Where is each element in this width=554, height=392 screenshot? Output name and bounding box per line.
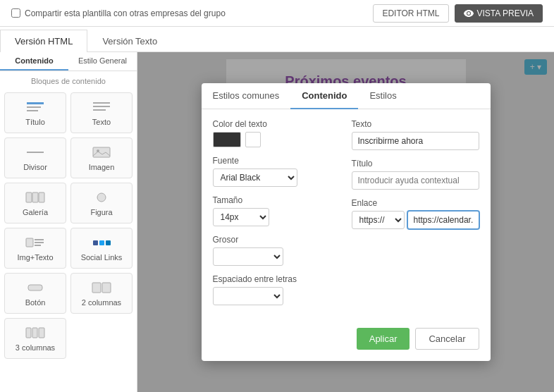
top-bar-actions: EDITOR HTML VISTA PREVIA (373, 4, 543, 23)
cancel-button[interactable]: Cancelar (415, 328, 479, 350)
tamano-select[interactable]: 14px 12px 16px 18px (213, 208, 269, 226)
sidebar-item-texto[interactable]: Texto (70, 92, 133, 133)
sidebar-item-figura[interactable]: Figura (70, 183, 133, 223)
modal-tab-estilos-comunes[interactable]: Estilos comunes (202, 83, 291, 109)
texto-row: Texto (352, 119, 479, 150)
sidebar-item-label-texto: Texto (92, 118, 111, 126)
titulo-input[interactable] (352, 171, 479, 190)
svg-rect-14 (35, 239, 44, 240)
sidebar-blocks-grid: Título Texto Divisor Imagen (0, 88, 137, 363)
boton-icon (24, 280, 47, 295)
sidebar-item-label-titulo: Título (25, 118, 45, 126)
svg-rect-9 (26, 192, 32, 202)
color-swatch-container (213, 132, 340, 147)
apply-button[interactable]: Aplicar (357, 328, 410, 350)
color-swatch-white[interactable] (245, 132, 261, 147)
divisor-icon (24, 145, 47, 160)
modal-dialog: Estilos comunes Contenido Estilos Color … (202, 83, 491, 361)
svg-rect-22 (102, 283, 111, 293)
sidebar-item-social-links[interactable]: Social Links (70, 228, 133, 269)
tab-version-html[interactable]: Versión HTML (0, 30, 87, 52)
sidebar-item-label-figura: Figura (90, 208, 112, 216)
svg-rect-18 (99, 240, 104, 245)
sidebar-item-3-columnas[interactable]: 3 columnas (4, 318, 66, 359)
svg-rect-20 (28, 285, 42, 290)
grosor-row: Grosor normal bold (213, 235, 340, 266)
svg-rect-25 (39, 328, 44, 338)
fuente-row: Fuente Arial Black Arial Helvetica Georg… (213, 156, 340, 187)
modal-left-col: Color del texto Fuente Arial Black Arial (213, 119, 340, 314)
svg-rect-16 (35, 245, 41, 246)
link-url-input[interactable] (407, 211, 479, 229)
grosor-select[interactable]: normal bold (213, 247, 283, 266)
imagen-icon (90, 145, 113, 160)
tamano-label: Tamaño (213, 195, 340, 205)
share-label: Compartir esta plantilla con otras empre… (25, 8, 226, 18)
color-row: Color del texto (213, 119, 340, 147)
sidebar-item-label-3-columnas: 3 columnas (16, 343, 55, 352)
svg-rect-7 (93, 147, 110, 157)
sidebar-item-divisor[interactable]: Divisor (4, 137, 66, 178)
sidebar-tab-contenido[interactable]: Contenido (0, 52, 68, 71)
sidebar-item-img-texto[interactable]: Img+Texto (4, 228, 66, 269)
sidebar: Contenido Estilo General Bloques de cont… (0, 52, 137, 392)
modal-tab-contenido[interactable]: Contenido (290, 83, 358, 109)
eye-icon (464, 10, 474, 17)
main-layout: Contenido Estilo General Bloques de cont… (0, 52, 554, 392)
svg-rect-24 (32, 328, 37, 338)
modal-body: Color del texto Fuente Arial Black Arial (202, 109, 491, 324)
texto-label: Texto (352, 119, 479, 129)
share-checkbox[interactable] (11, 8, 20, 18)
vista-previa-label: VISTA PREVIA (477, 8, 534, 18)
modal-tabs: Estilos comunes Contenido Estilos (202, 83, 491, 109)
fuente-label: Fuente (213, 156, 340, 166)
svg-rect-4 (93, 106, 110, 107)
svg-rect-19 (106, 240, 111, 245)
sidebar-item-label-boton: Botón (25, 298, 46, 307)
color-label: Color del texto (213, 119, 340, 129)
svg-rect-21 (92, 283, 101, 293)
texto-input[interactable] (352, 132, 479, 150)
link-row: https:// http:// mailto: tel: (352, 211, 479, 229)
sidebar-tab-estilo[interactable]: Estilo General (68, 52, 137, 71)
top-bar: Compartir esta plantilla con otras empre… (0, 0, 554, 27)
enlace-label: Enlace (352, 198, 479, 208)
sidebar-item-imagen[interactable]: Imagen (70, 137, 133, 178)
svg-rect-17 (93, 240, 98, 245)
modal-tab-estilos[interactable]: Estilos (358, 83, 407, 109)
3-columnas-icon (24, 325, 47, 341)
img-texto-icon (24, 235, 47, 250)
svg-rect-5 (93, 109, 106, 111)
editor-html-button[interactable]: EDITOR HTML (373, 4, 448, 23)
sidebar-sub-tabs: Contenido Estilo General (0, 52, 137, 71)
color-swatch-dark[interactable] (213, 132, 241, 147)
svg-rect-15 (35, 242, 44, 243)
sidebar-item-2-columnas[interactable]: 2 columnas (70, 273, 133, 314)
svg-rect-23 (26, 328, 31, 338)
tab-version-texto[interactable]: Versión Texto (87, 30, 172, 52)
modal-two-col: Color del texto Fuente Arial Black Arial (213, 119, 479, 314)
sidebar-section-title: Bloques de contenido (0, 71, 137, 88)
vista-previa-button[interactable]: VISTA PREVIA (455, 4, 543, 23)
texto-icon (90, 99, 113, 115)
sidebar-item-galeria[interactable]: Galería (4, 183, 66, 223)
svg-rect-1 (27, 106, 41, 108)
link-protocol-select[interactable]: https:// http:// mailto: tel: (352, 211, 405, 229)
enlace-row: Enlace https:// http:// mailto: tel: (352, 198, 479, 229)
svg-rect-0 (27, 102, 44, 104)
espaciado-row: Espaciado entre letras normal 1px 2px (213, 274, 340, 305)
modal-footer: Aplicar Cancelar (202, 328, 491, 350)
tamano-row: Tamaño 14px 12px 16px 18px (213, 195, 340, 226)
sidebar-item-label-imagen: Imagen (89, 163, 115, 171)
fuente-select[interactable]: Arial Black Arial Helvetica Georgia (213, 169, 297, 187)
svg-rect-10 (32, 192, 38, 202)
svg-rect-3 (93, 102, 110, 104)
share-section: Compartir esta plantilla con otras empre… (11, 8, 226, 18)
espaciado-select[interactable]: normal 1px 2px (213, 287, 283, 305)
sidebar-item-label-divisor: Divisor (23, 163, 47, 171)
svg-rect-13 (26, 238, 33, 247)
main-tabs: Versión HTML Versión Texto (0, 27, 554, 52)
sidebar-item-titulo[interactable]: Título (4, 92, 66, 133)
sidebar-item-label-social-links: Social Links (81, 253, 123, 262)
sidebar-item-boton[interactable]: Botón (4, 273, 66, 314)
